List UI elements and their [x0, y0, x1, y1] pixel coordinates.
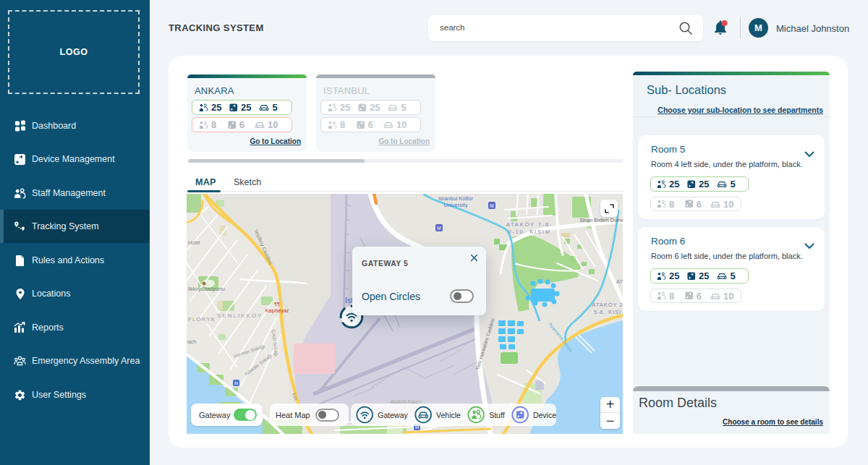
svg-text:M: M: [437, 226, 441, 231]
svg-text:Sinan Erdem Dome: Sinan Erdem Dome: [579, 218, 623, 223]
svg-text:AT: AT: [616, 278, 623, 285]
svg-text:ATAKOY 2: ATAKOY 2: [592, 302, 623, 308]
svg-text:M: M: [490, 203, 493, 208]
svg-text:SENLIKKOY: SENLIKKOY: [217, 312, 263, 319]
svg-text:FLORYA: FLORYA: [188, 316, 215, 323]
svg-text:likkoy Stadyumu: likkoy Stadyumu: [188, 286, 225, 292]
svg-text:Kaşıbeyaz: Kaşıbeyaz: [265, 308, 289, 314]
svg-text:9-10. KISIM: 9-10. KISIM: [508, 229, 550, 235]
svg-text:¶¶: ¶¶: [274, 302, 280, 307]
svg-text:5-6. KISI: 5-6. KISI: [594, 309, 621, 315]
svg-text:M: M: [234, 381, 238, 385]
svg-text:ATAKÖY 7-8-: ATAKÖY 7-8-: [506, 221, 553, 228]
svg-text:ıach: ıach: [187, 339, 196, 344]
svg-text:University: University: [444, 202, 468, 208]
svg-text:Istanbul Kültür: Istanbul Kültür: [438, 195, 473, 202]
svg-text:Hotel: Hotel: [188, 240, 200, 245]
